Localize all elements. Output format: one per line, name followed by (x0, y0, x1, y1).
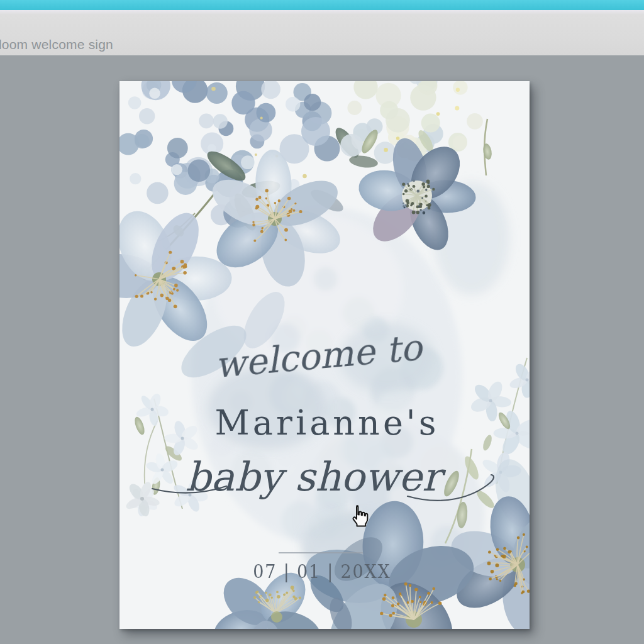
poster-date-text: 07 | 01 | 20XX (138, 560, 507, 582)
browser-toolbar: loom welcome sign (0, 10, 644, 55)
poster-event-text: baby shower (119, 454, 518, 500)
page-title: loom welcome sign (0, 37, 113, 52)
poster-name-text: Marianne's (122, 403, 530, 443)
window-accent-bar (0, 0, 644, 10)
preview-area: welcome to Marianne's baby shower 07 | 0… (0, 55, 644, 644)
hand-pointer-cursor (347, 503, 372, 528)
baby-shower-welcome-sign[interactable]: welcome to Marianne's baby shower 07 | 0… (119, 81, 530, 629)
